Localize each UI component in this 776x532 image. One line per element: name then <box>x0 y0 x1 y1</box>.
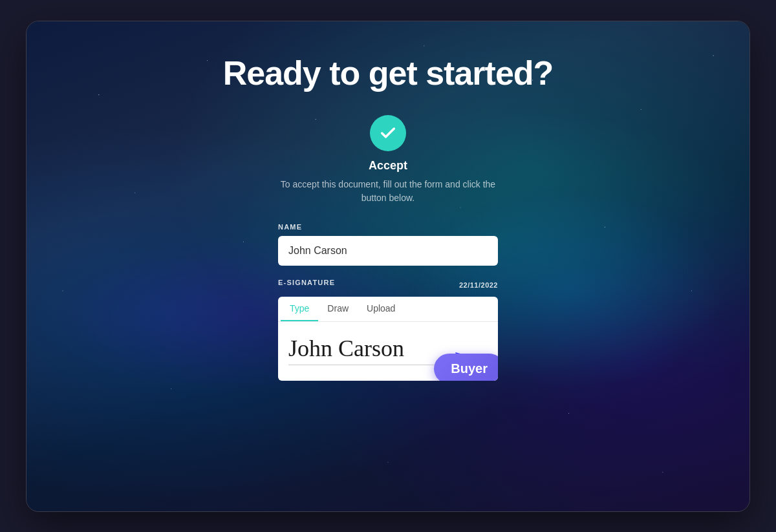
buyer-badge: Buyer <box>434 354 498 381</box>
tab-upload[interactable]: Upload <box>358 297 404 321</box>
tab-draw[interactable]: Draw <box>318 297 358 321</box>
name-field-label: NAME <box>278 223 498 231</box>
accept-subtitle: To accept this document, fill out the fo… <box>281 178 495 205</box>
page-title: Ready to get started? <box>223 54 554 92</box>
signature-box: Type Draw Upload John Carson Buyer <box>278 297 498 381</box>
tab-type[interactable]: Type <box>281 297 318 321</box>
esig-label: E-SIGNATURE <box>278 279 335 286</box>
signature-tabs: Type Draw Upload <box>278 297 498 322</box>
accept-label: Accept <box>369 159 407 173</box>
esig-header: E-SIGNATURE 22/11/2022 <box>278 279 498 292</box>
page-content: Ready to get started? Accept To accept t… <box>27 21 749 511</box>
name-input[interactable] <box>278 236 498 266</box>
screen-container: Ready to get started? Accept To accept t… <box>26 21 750 512</box>
date-label: 22/11/2022 <box>459 281 498 289</box>
accept-icon-circle <box>370 115 406 151</box>
signature-content: John Carson Buyer <box>278 322 498 381</box>
form: NAME E-SIGNATURE 22/11/2022 Type Draw Up… <box>278 223 498 381</box>
check-icon <box>379 124 397 142</box>
